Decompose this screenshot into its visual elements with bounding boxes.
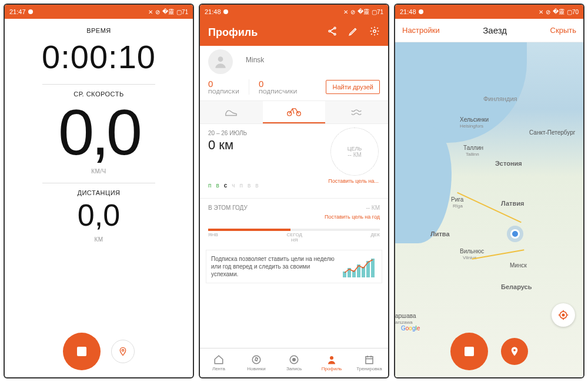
nav-feed[interactable]: Лента bbox=[200, 349, 238, 377]
svg-rect-14 bbox=[371, 259, 375, 277]
day: п bbox=[208, 182, 211, 189]
map-label-helsinki: Хельсинки bbox=[460, 116, 489, 123]
map-label-finland: Финляндия bbox=[483, 95, 517, 102]
set-year-goal-link[interactable]: Поставить цель на год bbox=[325, 214, 380, 220]
mute-icon: ✕ bbox=[343, 9, 348, 15]
distance-unit: КМ bbox=[94, 236, 103, 243]
current-location-dot bbox=[510, 229, 520, 239]
page-title: Заезд bbox=[483, 25, 507, 35]
day: п bbox=[240, 182, 243, 189]
screen-profile: 21:48 ✕ ⊘ �靈 ▢71 Профиль Minsk 0 ПОДПИСК bbox=[199, 4, 389, 378]
gear-icon[interactable] bbox=[369, 26, 380, 39]
tab-bike[interactable] bbox=[263, 101, 326, 123]
year-distance: -- КМ bbox=[366, 205, 380, 211]
wifi-icon: �靈 bbox=[162, 8, 174, 16]
google-logo: Google bbox=[401, 325, 420, 331]
day: в bbox=[255, 182, 258, 189]
waypoint-button[interactable] bbox=[501, 338, 528, 365]
nav-record[interactable]: Запись bbox=[275, 349, 313, 377]
stop-button[interactable] bbox=[63, 333, 101, 370]
map-view[interactable]: Финляндия Хельсинки Helsingfors Санкт-Пе… bbox=[395, 42, 583, 377]
svg-point-1 bbox=[334, 27, 336, 29]
status-icons: ✕ ⊘ �靈 ▢70 bbox=[539, 8, 579, 16]
activity-tabs bbox=[200, 100, 388, 124]
svg-point-22 bbox=[513, 349, 516, 351]
svg-point-17 bbox=[293, 358, 296, 361]
goal-label: ЦЕЛЬ bbox=[348, 146, 362, 152]
screen-activity-record: 21:47 ✕ ⊘ �靈 ▢71 ВРЕМЯ 0:00:10 СР. СКОРО… bbox=[4, 4, 194, 378]
followers-stat[interactable]: 0 ПОДПИСЧИКИ bbox=[259, 79, 298, 95]
map-label-warsaw: аршава bbox=[395, 313, 416, 319]
mute-icon: ✕ bbox=[148, 9, 153, 15]
map-label-riga-alt: Rīga bbox=[453, 203, 463, 209]
person-icon bbox=[213, 54, 228, 69]
distance-label: ДИСТАНЦИЯ bbox=[77, 189, 120, 196]
locate-me-button[interactable] bbox=[552, 303, 575, 327]
avg-speed-value: 0,0 bbox=[58, 100, 139, 165]
map-label-tallinn-alt: Tallinn bbox=[466, 152, 479, 157]
tab-run[interactable] bbox=[200, 101, 263, 123]
divider bbox=[42, 183, 155, 183]
pin-icon bbox=[509, 346, 520, 357]
avatar[interactable] bbox=[208, 49, 233, 74]
battery-icon: ▢71 bbox=[176, 9, 188, 15]
map-label-riga: Рига bbox=[451, 196, 463, 203]
find-friends-button[interactable]: Найти друзей bbox=[326, 80, 380, 94]
svg-point-2 bbox=[329, 31, 330, 32]
hide-link[interactable]: Скрыть bbox=[550, 26, 576, 35]
home-icon bbox=[213, 354, 224, 365]
map-label-tallinn: Таллин bbox=[463, 145, 483, 151]
time-value: 0:00:10 bbox=[42, 38, 156, 76]
bike-icon bbox=[286, 106, 302, 117]
map-label-vilnius: Вильнюс bbox=[460, 248, 484, 254]
wifi-icon: �靈 bbox=[553, 8, 564, 16]
status-bar: 21:48 ✕ ⊘ �靈 ▢70 bbox=[395, 5, 583, 19]
stop-indicator-icon: ⊘ bbox=[155, 9, 160, 15]
map-label-helsinki-alt: Helsingfors bbox=[460, 123, 483, 129]
map-label-belarus: Беларусь bbox=[501, 283, 532, 290]
svg-point-21 bbox=[562, 314, 564, 316]
profile-header: Профиль bbox=[200, 19, 388, 46]
wifi-icon: �靈 bbox=[358, 8, 369, 16]
day: в bbox=[216, 182, 219, 189]
divider bbox=[249, 79, 249, 95]
promo-card[interactable]: Подписка позволяет ставить цели на недел… bbox=[206, 250, 382, 283]
rec-indicator-icon bbox=[419, 9, 423, 14]
svg-point-15 bbox=[252, 356, 260, 364]
goal-circle[interactable]: ЦЕЛЬ -- КМ bbox=[330, 128, 379, 176]
status-icons: ✕ ⊘ �靈 ▢71 bbox=[148, 8, 188, 16]
timeline-start: ЯНВ bbox=[208, 232, 218, 243]
crosshair-icon bbox=[557, 309, 569, 321]
following-stat[interactable]: 0 ПОДПИСКИ bbox=[208, 79, 239, 95]
map-label-minsk: Минск bbox=[510, 262, 527, 269]
clock: 21:48 bbox=[400, 8, 416, 15]
user-city: Minsk bbox=[246, 56, 264, 64]
nav-training[interactable]: Тренировка bbox=[350, 349, 388, 377]
map-toggle-button[interactable] bbox=[111, 340, 135, 363]
person-icon bbox=[326, 354, 337, 365]
svg-point-3 bbox=[334, 33, 336, 35]
edit-icon[interactable] bbox=[348, 26, 359, 39]
mute-icon: ✕ bbox=[539, 9, 543, 15]
svg-point-6 bbox=[288, 112, 292, 116]
stop-button[interactable] bbox=[450, 333, 488, 370]
set-week-goal-link[interactable]: Поставить цель на... bbox=[326, 178, 379, 184]
map-road bbox=[457, 192, 522, 223]
day-today: с bbox=[224, 182, 228, 189]
page-title: Профиль bbox=[208, 26, 258, 39]
map-label-estonia: Эстония bbox=[495, 160, 522, 167]
tab-swim[interactable] bbox=[325, 101, 388, 123]
nav-explore[interactable]: Новинки bbox=[238, 349, 275, 377]
day: в bbox=[248, 182, 250, 189]
svg-point-7 bbox=[296, 112, 300, 116]
year-label: В ЭТОМ ГОДУ bbox=[208, 205, 380, 211]
share-icon[interactable] bbox=[327, 26, 338, 39]
battery-icon: ▢71 bbox=[372, 9, 383, 15]
map-label-latvia: Латвия bbox=[501, 200, 524, 207]
status-bar: 21:48 ✕ ⊘ �靈 ▢71 bbox=[200, 5, 388, 19]
compass-icon bbox=[251, 354, 262, 365]
stop-indicator-icon: ⊘ bbox=[546, 9, 550, 15]
nav-profile[interactable]: Профиль bbox=[313, 349, 350, 377]
settings-link[interactable]: Настройки bbox=[402, 26, 440, 35]
screen-map-record: 21:48 ✕ ⊘ �靈 ▢70 Настройки Заезд Скрыть … bbox=[394, 4, 584, 378]
